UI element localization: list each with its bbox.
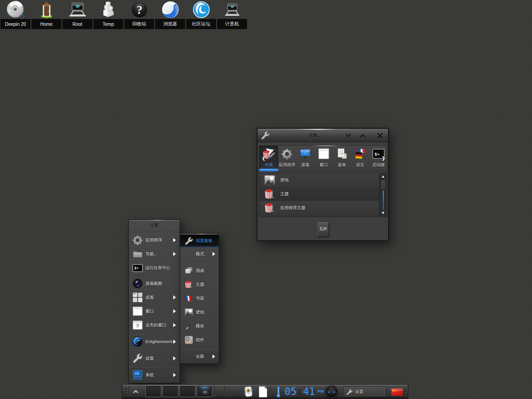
settings-toolbar: 外观 应用程序 <box>259 145 387 171</box>
digital-clock[interactable]: 88:88 05:41 <box>284 385 318 398</box>
pager-mini-window[interactable] <box>203 391 207 394</box>
menu-item-desktop[interactable]: 桌面 <box>129 290 180 304</box>
toolbar-scroll-left-icon[interactable]: ❮ <box>262 156 266 161</box>
menu-item-navigate[interactable]: 导航... <box>129 247 180 261</box>
scrollbar-track <box>383 190 384 210</box>
shelf-autohide-button[interactable] <box>130 385 142 398</box>
scroll-up-icon[interactable]: ▲ <box>380 174 387 180</box>
submenu-item-label: 全部 <box>196 354 204 360</box>
desktop-icon-forum[interactable]: 社区论坛 <box>186 0 217 30</box>
submenu-item-modules[interactable]: 模块 <box>180 319 219 333</box>
no-icon <box>184 249 193 259</box>
moon-orb-icon[interactable] <box>325 385 338 398</box>
note-page-icon[interactable] <box>258 386 268 399</box>
menu-item-applications[interactable]: 应用程序 <box>129 233 180 247</box>
submenu-item-mode[interactable]: 模式 <box>180 247 219 261</box>
desktop-icon-label: 浏览器 <box>155 19 185 29</box>
menu-item-run-everything[interactable]: $> 运行任务中心 <box>129 261 180 275</box>
list-scrollbar[interactable]: ▲ ▼ <box>379 174 387 216</box>
orb-left-eye <box>328 392 330 393</box>
list-item-app-theme[interactable]: 应用程序主题 <box>260 201 379 215</box>
submenu-chevron-icon <box>173 252 176 257</box>
pager-desktop-1[interactable] <box>145 386 161 397</box>
pager-desktop-2[interactable] <box>163 386 178 397</box>
menu-item-enlightenment[interactable]: Enlightenment <box>129 335 180 349</box>
list-item-label: 壁纸 <box>280 177 289 183</box>
submenu-item-all[interactable]: 全部 <box>180 350 219 363</box>
menu-separator <box>129 232 180 233</box>
menu-separator <box>129 275 180 276</box>
settings-window: 设置 <box>257 128 389 241</box>
desktop-icon-label: 社区论坛 <box>186 19 216 29</box>
list-item-partial[interactable] <box>260 215 379 217</box>
list-item-wallpaper[interactable]: 壁纸 <box>260 173 379 187</box>
submenu-item-label: 模式 <box>196 251 204 257</box>
desktop-icon-computer[interactable]: 计算机 <box>217 0 248 30</box>
desktop-icon-recycle-bin[interactable]: ? 回收站 <box>124 0 155 30</box>
submenu-item-bookshelf[interactable]: 书架 <box>180 291 219 305</box>
submenu-item-wallpaper[interactable]: 壁纸 <box>180 305 219 319</box>
pager-desktop-3[interactable] <box>180 386 195 397</box>
deepin-swirl-icon <box>186 0 217 19</box>
submenu-chevron-icon <box>173 356 176 361</box>
menu-item-settings[interactable]: 设置 <box>129 351 180 365</box>
mixer-speaker-icon[interactable] <box>243 386 254 399</box>
shelf-gripper-left[interactable] <box>125 388 127 395</box>
shade-down-button[interactable] <box>343 129 353 142</box>
pager-desktop-4-active[interactable] <box>197 386 212 397</box>
monitor-icon <box>299 147 312 160</box>
scroll-down-icon[interactable]: ▼ <box>380 210 387 216</box>
toolbar-scroll-right-icon[interactable]: ❯ <box>381 156 385 161</box>
submenu-item-settings-panel[interactable]: 设置面板 <box>180 235 219 247</box>
menu-separator <box>180 262 219 263</box>
window-titlebar[interactable]: 设置 <box>258 129 388 142</box>
taskbar: 88:88 05:41 PM 设置 <box>122 384 408 399</box>
menu-item-windows[interactable]: 窗口 <box>129 304 180 318</box>
orb-right-eye <box>333 392 335 393</box>
submenu-item-compositing[interactable]: 混成 <box>180 264 219 278</box>
submenu-item-gadgets[interactable]: 组件 <box>180 333 219 347</box>
china-flag-icon[interactable] <box>391 388 403 396</box>
shelf-divider <box>214 386 215 397</box>
menu-item-lost-windows[interactable]: ? 丢失的窗口 <box>129 318 180 332</box>
menu-item-label: 设置 <box>145 356 154 362</box>
menu-item-label: 导航... <box>145 251 157 257</box>
svg-text:?: ? <box>137 4 143 16</box>
gear-icon <box>132 235 143 246</box>
submenu-item-theme[interactable]: 主题 <box>180 278 219 291</box>
menu-header: 主要 <box>129 220 180 231</box>
desktop-icon-browser[interactable]: 浏览器 <box>155 0 186 30</box>
settings-submenu: 设置面板 模式 混成 <box>180 233 219 364</box>
shelf-gripper-right[interactable] <box>405 388 406 395</box>
menu-item-system[interactable]: 系统 <box>129 368 180 382</box>
submenu-item-label: 主题 <box>196 282 204 288</box>
list-item-theme[interactable]: 主题 <box>260 187 379 201</box>
submenu-item-label: 壁纸 <box>196 309 204 315</box>
menu-item-label: 系统 <box>145 372 154 378</box>
svg-text:?: ? <box>136 323 139 329</box>
submenu-chevron-icon <box>173 309 176 314</box>
tab-label: 启动器 <box>367 162 391 168</box>
desktop-icon-root[interactable]: Root <box>62 0 93 30</box>
window-icon <box>317 147 330 160</box>
taskbar-item-label: 设置 <box>355 389 363 395</box>
scrollbar-thumb[interactable] <box>381 180 386 191</box>
menu-separator <box>180 348 219 349</box>
paint-bucket-icon <box>264 202 276 214</box>
close-icon[interactable] <box>375 129 385 142</box>
menu-item-screenshot[interactable]: 屏幕截图 <box>129 277 180 290</box>
outhouse-icon <box>31 0 62 19</box>
menu-item-label: 丢失的窗口 <box>145 322 166 328</box>
terminal-icon: $> <box>132 262 143 273</box>
flags-icon <box>354 147 367 160</box>
desktop-icon-home[interactable]: Home <box>31 0 62 30</box>
desktop-icon-deepin20[interactable]: Deepin 20 <box>0 0 31 30</box>
taskbar-item-settings[interactable]: 设置 <box>343 387 387 397</box>
desktop-icon-temp[interactable]: Temp <box>93 0 124 30</box>
close-button[interactable]: 关闭 <box>317 222 329 236</box>
gear-icon <box>281 147 294 160</box>
thermometer-icon[interactable] <box>275 386 282 399</box>
desktop-grid-icon <box>132 292 143 303</box>
enlightenment-icon <box>132 336 143 347</box>
shade-up-button[interactable] <box>357 129 368 142</box>
